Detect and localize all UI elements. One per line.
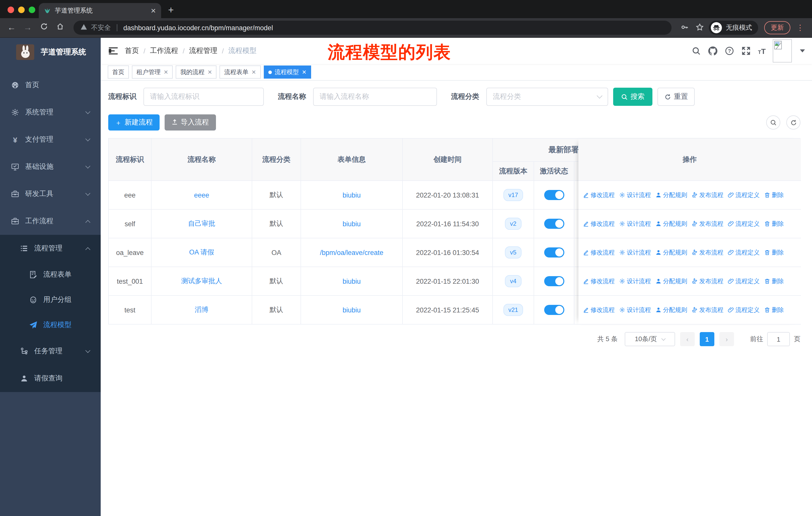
active-toggle[interactable] [544,305,564,315]
process-name-link[interactable]: 滔博 [195,305,208,315]
back-icon[interactable]: ← [5,23,18,33]
action-设计流程[interactable]: 设计流程 [619,219,651,228]
sidebar-item-首页[interactable]: 首页 [0,72,101,99]
filter-input-流程名称[interactable]: 请输入流程名称 [313,88,437,106]
import-process-button[interactable]: 导入流程 [165,114,216,131]
action-分配规则[interactable]: 分配规则 [656,219,687,228]
action-流程定义[interactable]: 流程定义 [728,248,760,257]
bookmark-star-icon[interactable] [696,23,704,32]
minimize-window-button[interactable] [18,6,25,13]
reset-button[interactable]: 重置 [658,88,695,106]
action-发布流程[interactable]: 发布流程 [692,306,723,314]
form-link[interactable]: biubiu [343,191,361,199]
action-修改流程[interactable]: 修改流程 [583,219,615,228]
process-name-link[interactable]: OA 请假 [189,248,214,257]
tag-租户管理[interactable]: 租户管理✕ [132,65,173,79]
tag-首页[interactable]: 首页 [108,65,129,79]
sidebar-item-流程管理[interactable]: 流程管理 [0,235,101,262]
form-link[interactable]: biubiu [343,306,361,314]
action-修改流程[interactable]: 修改流程 [583,191,615,199]
action-修改流程[interactable]: 修改流程 [583,277,615,286]
process-name-link[interactable]: 自己审批 [188,219,215,228]
home-icon[interactable] [53,23,66,33]
sidebar-item-系统管理[interactable]: 系统管理 [0,99,101,126]
reload-icon[interactable] [37,23,50,33]
form-link[interactable]: biubiu [343,220,361,227]
action-设计流程[interactable]: 设计流程 [619,248,651,257]
prev-page-button[interactable]: ‹ [680,332,695,346]
active-toggle[interactable] [544,219,564,229]
sidebar-item-基础设施[interactable]: 基础设施 [0,153,101,181]
github-icon[interactable] [708,46,718,56]
active-toggle[interactable] [544,276,564,286]
breadcrumb-item[interactable]: 流程管理 [189,46,218,55]
process-name-link[interactable]: eeee [194,191,209,199]
action-设计流程[interactable]: 设计流程 [619,306,651,314]
process-name-link[interactable]: 测试多审批人 [181,277,222,286]
tag-我的流程[interactable]: 我的流程✕ [176,65,216,79]
action-删除[interactable]: 删除 [764,306,784,314]
close-window-button[interactable] [7,6,14,13]
sidebar-item-支付管理[interactable]: ¥支付管理 [0,126,101,153]
action-流程定义[interactable]: 流程定义 [728,219,760,228]
action-修改流程[interactable]: 修改流程 [583,248,615,257]
collapse-sidebar-icon[interactable] [109,47,118,54]
page-size-select[interactable]: 10条/页 [625,332,675,346]
app-logo[interactable]: 芋道管理系统 [0,38,101,66]
action-流程定义[interactable]: 流程定义 [728,277,760,286]
create-process-button[interactable]: ＋ 新建流程 [108,114,160,131]
action-流程定义[interactable]: 流程定义 [728,306,760,314]
action-发布流程[interactable]: 发布流程 [692,219,723,228]
help-icon[interactable]: ? [725,46,734,56]
avatar-caret-icon[interactable] [800,49,805,52]
password-key-icon[interactable] [680,23,689,32]
category-select[interactable]: 流程分类 [486,88,608,106]
action-发布流程[interactable]: 发布流程 [692,277,723,286]
security-warning-icon[interactable] [81,24,87,32]
action-分配规则[interactable]: 分配规则 [656,248,687,257]
filter-input-流程标识[interactable]: 请输入流程标识 [143,88,264,106]
forward-icon[interactable]: → [21,23,34,33]
close-icon[interactable]: ✕ [164,69,168,75]
window-controls[interactable] [7,6,35,13]
sidebar-item-工作流程[interactable]: 工作流程 [0,208,101,235]
action-分配规则[interactable]: 分配规则 [656,277,687,286]
action-分配规则[interactable]: 分配规则 [656,306,687,314]
breadcrumb-item[interactable]: 工作流程 [150,46,178,55]
action-流程定义[interactable]: 流程定义 [728,191,760,199]
new-tab-button[interactable]: + [168,4,174,16]
url-bar[interactable]: 不安全 dashboard.yudao.iocoder.cn/bpm/manag… [74,21,671,35]
zoom-window-button[interactable] [29,6,35,13]
tag-流程表单[interactable]: 流程表单✕ [220,65,261,79]
action-删除[interactable]: 删除 [764,219,784,228]
current-page-button[interactable]: 1 [700,332,714,346]
avatar[interactable] [773,39,792,62]
action-修改流程[interactable]: 修改流程 [583,306,615,314]
breadcrumb-item[interactable]: 首页 [125,46,139,55]
browser-menu-icon[interactable]: ⋮ [796,23,804,32]
refresh-table-button[interactable] [786,115,801,130]
action-分配规则[interactable]: 分配规则 [656,191,687,199]
sidebar-item-流程模型[interactable]: 流程模型 [0,313,101,337]
active-toggle[interactable] [544,247,564,257]
close-icon[interactable]: ✕ [252,69,256,75]
browser-tab[interactable]: 芋道管理系统 ✕ [39,3,161,18]
tab-close-icon[interactable]: ✕ [150,7,156,15]
close-icon[interactable]: ✕ [207,69,212,75]
active-toggle[interactable] [544,190,564,200]
search-button[interactable]: 搜索 [613,88,652,106]
font-size-icon[interactable]: TT [758,47,766,55]
action-发布流程[interactable]: 发布流程 [692,248,723,257]
form-link[interactable]: /bpm/oa/leave/create [320,249,383,256]
update-button[interactable]: 更新 [764,21,790,34]
action-设计流程[interactable]: 设计流程 [619,191,651,199]
url-text[interactable]: dashboard.yudao.iocoder.cn/bpm/manager/m… [123,24,273,31]
action-删除[interactable]: 删除 [764,191,784,199]
form-link[interactable]: biubiu [343,277,361,285]
goto-page-input[interactable]: 1 [767,332,790,346]
action-删除[interactable]: 删除 [764,248,784,257]
action-发布流程[interactable]: 发布流程 [692,191,723,199]
sidebar-item-研发工具[interactable]: 研发工具 [0,181,101,208]
fullscreen-icon[interactable] [741,46,751,56]
show-search-button[interactable] [766,115,780,130]
